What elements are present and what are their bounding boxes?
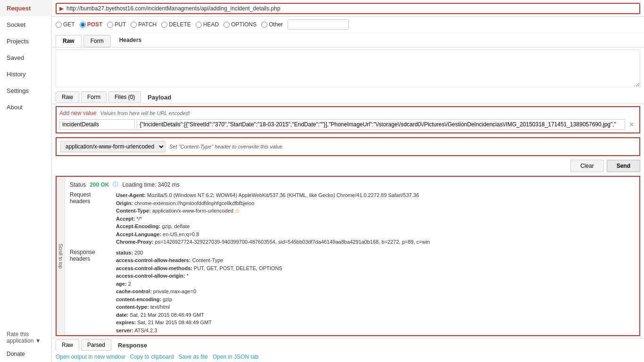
tab-form[interactable]: Form <box>83 35 111 47</box>
list-item: age: 2 <box>116 280 282 288</box>
sidebar-item-projects[interactable]: Projects <box>0 33 51 49</box>
list-item: access-control-allow-origin: * <box>116 272 282 280</box>
sidebar-item-socket[interactable]: Socket <box>0 16 51 33</box>
content-type-select[interactable]: application/x-www-form-urlencoded applic… <box>60 141 165 152</box>
bottom-tab-raw[interactable]: Raw <box>56 339 79 351</box>
list-item: access-control-allow-methods: PUT, GET, … <box>116 264 282 272</box>
list-item: User-Agent: Mozilla/5.0 (Windows NT 6.2;… <box>116 191 430 199</box>
request-headers-content: User-Agent: Mozilla/5.0 (Windows NT 6.2;… <box>116 191 430 246</box>
method-put[interactable]: PUT <box>107 21 126 28</box>
list-item: status: 200 <box>116 249 282 257</box>
response-content: Status 200 OK ⓘ Loading time: 3402 ms Re… <box>66 177 639 336</box>
clear-button[interactable]: Clear <box>570 160 604 172</box>
url-arrow-icon: ▶ <box>59 5 64 12</box>
status-value: 200 OK <box>90 181 109 188</box>
copy-clipboard-link[interactable]: Copy to clipboard <box>130 354 173 360</box>
list-item: Origin: chrome-extension://hgmloofddfdnp… <box>116 199 430 207</box>
table-row: ✕ <box>59 119 636 130</box>
action-row: Clear Send <box>52 158 644 174</box>
add-value-row: Add new value Values from here will be U… <box>59 110 636 116</box>
send-button[interactable]: Send <box>607 160 640 172</box>
response-panel: Scroll to top Status 200 OK ⓘ Loading ti… <box>56 176 640 336</box>
add-value-link[interactable]: Add new value <box>59 110 97 116</box>
list-item: vary: Accept-Encoding <box>116 334 282 336</box>
method-other[interactable]: Other <box>261 21 283 28</box>
payload-tab-bar: Raw Form Files (0) Payload <box>52 90 644 104</box>
url-bar: ▶ <box>56 3 640 14</box>
response-headers-section: Response headers status: 200 access-cont… <box>70 249 636 337</box>
kv-key-input[interactable] <box>59 119 135 130</box>
list-item: content-type: text/html <box>116 303 282 311</box>
url-encoded-note: Values from here will be URL encoded! <box>100 110 190 116</box>
bottom-tab-bar: Raw Parsed Response <box>52 338 644 352</box>
method-delete[interactable]: DELETE <box>161 21 191 28</box>
kv-delete-icon[interactable]: ✕ <box>627 121 636 128</box>
loading-time: Loading time: 3402 ms <box>122 181 179 188</box>
open-json-link[interactable]: Open in JSON tab <box>213 354 258 360</box>
sidebar-item-about[interactable]: About <box>0 99 51 115</box>
method-get[interactable]: GET <box>56 21 75 28</box>
main-panel: ▶ GET POST PUT PATCH DELETE HEAD OPTIONS… <box>52 0 644 362</box>
payload-label: Payload <box>143 92 176 103</box>
bottom-action-links: Open output in new window Copy to clipbo… <box>52 352 644 362</box>
donate-link[interactable]: Donate <box>0 349 51 362</box>
info-icon[interactable]: ⓘ <box>113 181 118 189</box>
list-item: content-encoding: gzip <box>116 296 282 304</box>
status-row: Status 200 OK ⓘ Loading time: 3402 ms <box>70 181 636 189</box>
save-file-link[interactable]: Save as file <box>179 354 208 360</box>
method-post[interactable]: POST <box>80 21 103 28</box>
status-label: Status <box>70 181 86 188</box>
method-row: GET POST PUT PATCH DELETE HEAD OPTIONS O… <box>52 16 644 33</box>
method-other-input[interactable] <box>288 19 349 30</box>
tab-raw[interactable]: Raw <box>56 35 82 47</box>
list-item: Content-Type: application/x-www-form-url… <box>116 207 430 215</box>
sidebar-item-request[interactable]: Request <box>0 0 51 16</box>
request-tab-bar: Raw Form Headers <box>52 33 644 48</box>
open-output-link[interactable]: Open output in new window <box>56 354 125 360</box>
sidebar-item-saved[interactable]: Saved <box>0 49 51 66</box>
body-area <box>52 48 644 90</box>
sidebar: Request Socket Projects Saved History Se… <box>0 0 52 362</box>
url-bar-area: ▶ <box>52 0 644 16</box>
method-head[interactable]: HEAD <box>196 21 219 28</box>
response-label: Response <box>113 340 152 351</box>
list-item: cache-control: private,max-age=0 <box>116 288 282 296</box>
list-item: expires: Sat, 21 Mar 2015 08:48:49 GMT <box>116 319 282 327</box>
method-options[interactable]: OPTIONS <box>223 21 256 28</box>
scroll-to-top[interactable]: Scroll to top <box>57 177 65 335</box>
request-headers-section: Request headers User-Agent: Mozilla/5.0 … <box>70 191 636 246</box>
url-input[interactable] <box>66 5 636 12</box>
method-patch[interactable]: PATCH <box>131 21 157 28</box>
payload-kv-area: Add new value Values from here will be U… <box>56 106 640 133</box>
bottom-tab-parsed[interactable]: Parsed <box>81 339 111 351</box>
list-item: date: Sat, 21 Mar 2015 08:48:49 GMT <box>116 311 282 319</box>
sidebar-item-settings[interactable]: Settings <box>0 82 51 99</box>
tab-headers-label: Headers <box>113 34 148 46</box>
list-item: Accept-Encoding: gzip, deflate <box>116 222 430 230</box>
content-type-area: application/x-www-form-urlencoded applic… <box>56 137 640 156</box>
body-textarea[interactable] <box>56 49 640 87</box>
payload-tab-files[interactable]: Files (0) <box>108 91 141 103</box>
content-type-note: Set "Content-Type" header to overwrite t… <box>169 144 284 149</box>
list-item: Accept-Language: en-US,en;q=0.8 <box>116 230 430 239</box>
response-headers-content: status: 200 access-control-allow-headers… <box>116 249 282 337</box>
kv-value-input[interactable] <box>137 119 625 130</box>
payload-tab-form[interactable]: Form <box>81 91 107 103</box>
payload-tab-raw[interactable]: Raw <box>56 91 79 103</box>
list-item: access-control-allow-headers: Content-Ty… <box>116 256 282 264</box>
rate-app[interactable]: Rate this application ▼ <box>0 326 51 349</box>
response-headers-label: Response headers <box>70 249 112 337</box>
list-item: server: ATS/4.2.3 <box>116 327 282 335</box>
request-headers-label: Request headers <box>70 191 112 246</box>
sidebar-item-history[interactable]: History <box>0 66 51 82</box>
list-item: Chrome-Proxy: ps=1426927724-329227039-94… <box>116 238 430 246</box>
list-item: Accept: */* <box>116 215 430 223</box>
